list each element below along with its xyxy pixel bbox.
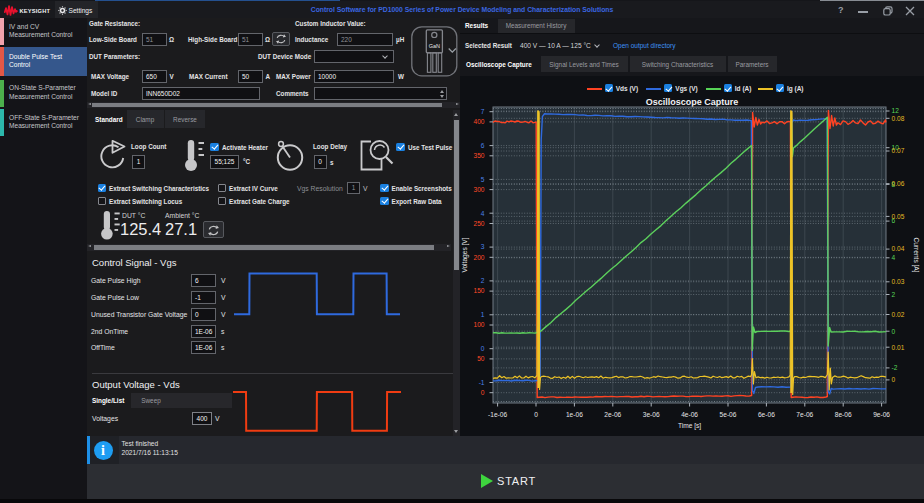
- svg-text:200: 200: [473, 254, 484, 261]
- svg-text:6e-06: 6e-06: [758, 411, 775, 418]
- svg-text:4: 4: [892, 254, 896, 261]
- svg-text:2: 2: [892, 291, 896, 298]
- svg-text:0.04: 0.04: [892, 245, 905, 252]
- svg-text:0: 0: [481, 345, 485, 352]
- svg-text:0.07: 0.07: [892, 147, 905, 154]
- svg-text:350: 350: [473, 152, 484, 159]
- svg-text:5: 5: [481, 176, 485, 183]
- svg-text:100: 100: [473, 321, 484, 328]
- svg-text:7: 7: [481, 108, 485, 115]
- svg-text:Voltages [V]: Voltages [V]: [461, 237, 469, 272]
- svg-text:2e-06: 2e-06: [604, 411, 621, 418]
- svg-text:GaN: GaN: [429, 43, 440, 49]
- svg-text:0: 0: [892, 328, 896, 335]
- svg-text:4: 4: [481, 210, 485, 217]
- svg-text:Time [s]: Time [s]: [678, 422, 701, 430]
- svg-text:0.06: 0.06: [892, 180, 905, 187]
- svg-text:0: 0: [481, 389, 485, 396]
- svg-text:2: 2: [481, 277, 485, 284]
- svg-text:7e-06: 7e-06: [796, 411, 813, 418]
- svg-text:8e-06: 8e-06: [835, 411, 852, 418]
- svg-text:0.08: 0.08: [892, 115, 905, 122]
- svg-text:-1e-06: -1e-06: [488, 411, 507, 418]
- svg-text:-2: -2: [892, 364, 898, 371]
- svg-text:9e-06: 9e-06: [873, 411, 890, 418]
- svg-text:-1: -1: [479, 379, 485, 386]
- svg-text:250: 250: [473, 220, 484, 227]
- svg-text:3e-06: 3e-06: [643, 411, 660, 418]
- svg-text:5e-06: 5e-06: [720, 411, 737, 418]
- svg-text:50: 50: [477, 355, 485, 362]
- svg-text:1e-06: 1e-06: [566, 411, 583, 418]
- svg-text:0.02: 0.02: [892, 311, 905, 318]
- svg-text:0.05: 0.05: [892, 213, 905, 220]
- svg-text:1: 1: [481, 311, 485, 318]
- svg-text:6: 6: [481, 142, 485, 149]
- svg-text:0.03: 0.03: [892, 278, 905, 285]
- svg-text:Currents [A]: Currents [A]: [912, 237, 920, 272]
- svg-text:0.01: 0.01: [892, 344, 905, 351]
- svg-text:400: 400: [473, 118, 484, 125]
- svg-text:4e-06: 4e-06: [681, 411, 698, 418]
- svg-text:0: 0: [892, 376, 896, 383]
- svg-text:12: 12: [892, 107, 900, 114]
- svg-text:300: 300: [473, 186, 484, 193]
- svg-text:0: 0: [534, 411, 538, 418]
- svg-text:3: 3: [481, 243, 485, 250]
- svg-text:150: 150: [473, 287, 484, 294]
